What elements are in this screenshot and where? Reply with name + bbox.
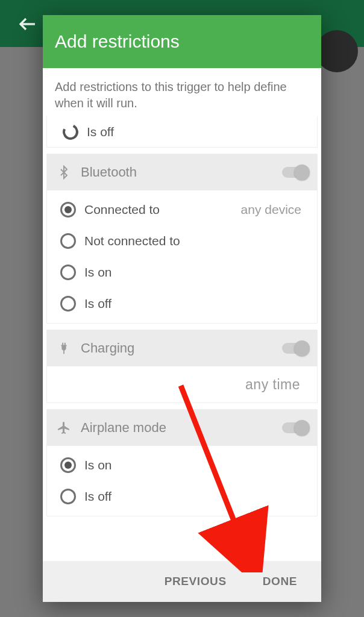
- charging-value-row[interactable]: any time: [47, 366, 317, 402]
- radio-unselected-icon: [60, 296, 76, 312]
- background-fab: [316, 30, 358, 72]
- section-header-charging[interactable]: Charging: [47, 330, 317, 366]
- section-charging: Charging any time: [46, 330, 318, 403]
- option-value: any device: [241, 202, 305, 217]
- section-label: Charging: [81, 340, 282, 356]
- section-bluetooth: Bluetooth Connected to any device Not co…: [46, 154, 318, 324]
- airplane-option-is-off[interactable]: Is off: [47, 481, 317, 512]
- bluetooth-option-connected-to[interactable]: Connected to any device: [47, 194, 317, 225]
- section-airplane-mode: Airplane mode Is on Is off: [46, 409, 318, 516]
- back-arrow-icon: [17, 13, 39, 35]
- section-header-airplane[interactable]: Airplane mode: [47, 410, 317, 446]
- charging-toggle[interactable]: [282, 343, 309, 354]
- section-label: Airplane mode: [81, 420, 282, 436]
- previous-section-option-is-off[interactable]: Is off: [46, 116, 318, 148]
- radio-unselected-icon: [60, 233, 76, 249]
- airplane-icon: [55, 419, 72, 436]
- dialog-header: Add restrictions: [43, 15, 321, 68]
- section-header-bluetooth[interactable]: Bluetooth: [47, 154, 317, 190]
- previous-button[interactable]: PREVIOUS: [165, 575, 227, 588]
- radio-unselected-icon: [60, 265, 76, 280]
- dialog-body: Add restrictions to this trigger to help…: [43, 68, 321, 561]
- plug-icon: [55, 340, 72, 357]
- option-label: Is off: [84, 489, 111, 504]
- charging-value: any time: [245, 377, 300, 393]
- add-restrictions-dialog: Add restrictions Add restrictions to thi…: [43, 15, 321, 602]
- bluetooth-icon: [55, 164, 72, 181]
- option-label: Is on: [84, 458, 112, 472]
- airplane-toggle[interactable]: [282, 422, 309, 433]
- option-label: Not connected to: [84, 234, 180, 248]
- option-label: Is off: [87, 125, 114, 139]
- option-label: Connected to: [84, 202, 160, 217]
- dialog-title: Add restrictions: [55, 31, 180, 52]
- airplane-option-is-on[interactable]: Is on: [47, 449, 317, 481]
- bluetooth-option-is-off[interactable]: Is off: [47, 288, 317, 319]
- option-label: Is on: [84, 265, 112, 280]
- radio-selected-icon: [60, 202, 76, 218]
- option-label: Is off: [84, 296, 111, 311]
- bluetooth-toggle[interactable]: [282, 167, 309, 178]
- bluetooth-option-is-on[interactable]: Is on: [47, 257, 317, 288]
- done-button[interactable]: DONE: [263, 575, 297, 588]
- dialog-description: Add restrictions to this trigger to help…: [43, 68, 321, 116]
- radio-unselected-icon: [60, 489, 76, 504]
- dialog-footer: PREVIOUS DONE: [43, 561, 321, 602]
- radio-selected-icon: [60, 457, 76, 473]
- section-label: Bluetooth: [81, 164, 282, 180]
- radio-unselected-icon: [60, 122, 80, 142]
- bluetooth-option-not-connected-to[interactable]: Not connected to: [47, 225, 317, 257]
